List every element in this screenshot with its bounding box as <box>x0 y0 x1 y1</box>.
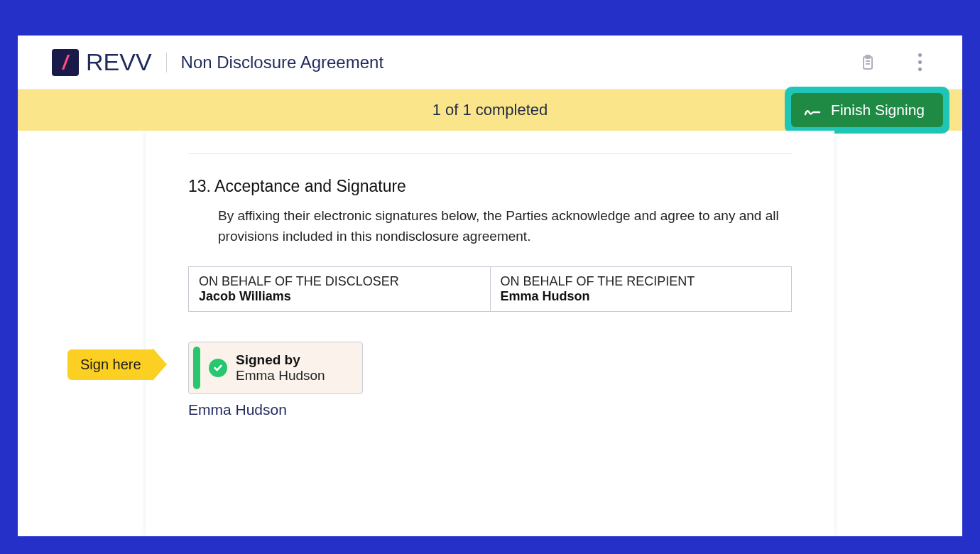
status-bar: 1 of 1 completed Finish Signing <box>18 89 962 131</box>
header-divider <box>166 53 167 72</box>
section-heading: 13. Acceptance and Signature <box>188 177 792 196</box>
table-row: ON BEHALF OF THE DISCLOSER Jacob William… <box>189 267 792 312</box>
more-menu-icon[interactable] <box>911 52 928 73</box>
discloser-name: Jacob Williams <box>199 289 480 304</box>
completion-status: 1 of 1 completed <box>432 101 548 119</box>
document-title: Non Disclosure Agreement <box>181 53 383 72</box>
signature-status-bar <box>193 347 200 389</box>
signed-by-label: Signed by <box>236 352 325 368</box>
document-page: 13. Acceptance and Signature By affixing… <box>146 131 834 536</box>
signer-caption: Emma Hudson <box>188 401 792 418</box>
recipient-role: ON BEHALF OF THE RECIPIENT <box>501 274 782 289</box>
signature-icon <box>804 104 821 116</box>
section-body-text: By affixing their electronic signatures … <box>218 206 792 246</box>
section-divider <box>188 153 792 154</box>
flag-arrow-icon <box>153 348 167 381</box>
finish-highlight: Finish Signing <box>785 87 949 134</box>
sign-here-label: Sign here <box>67 349 153 380</box>
check-circle-icon <box>209 359 227 377</box>
finish-signing-button[interactable]: Finish Signing <box>791 93 943 127</box>
document-area: Sign here 13. Acceptance and Signature B… <box>18 131 962 536</box>
signed-by-name: Emma Hudson <box>236 368 325 384</box>
brand-logo[interactable]: / REVV <box>52 48 152 76</box>
parties-table: ON BEHALF OF THE DISCLOSER Jacob William… <box>188 266 792 312</box>
discloser-role: ON BEHALF OF THE DISCLOSER <box>199 274 480 289</box>
brand-text: REVV <box>86 48 152 76</box>
sign-here-flag[interactable]: Sign here <box>67 348 167 381</box>
logo-mark-icon: / <box>52 49 79 76</box>
finish-signing-label: Finish Signing <box>831 102 925 119</box>
app-window: / REVV Non Disclosure Agreement 1 of 1 c… <box>18 36 962 536</box>
recipient-name: Emma Hudson <box>501 289 782 304</box>
header: / REVV Non Disclosure Agreement <box>18 36 962 89</box>
signature-block[interactable]: Signed by Emma Hudson <box>188 342 363 394</box>
clipboard-icon[interactable] <box>859 52 877 73</box>
